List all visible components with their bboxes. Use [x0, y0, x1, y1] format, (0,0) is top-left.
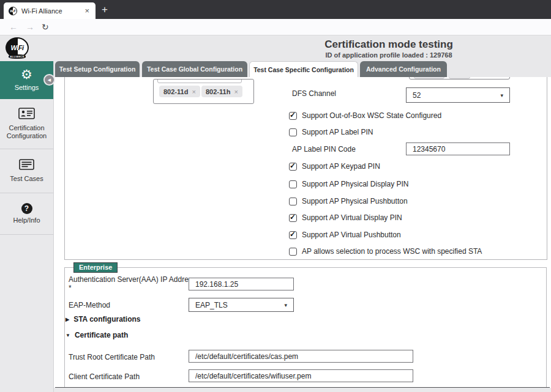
cutoff-tag: [449, 77, 470, 79]
sidebar-item-label: Certification Configuration: [0, 124, 53, 140]
ap-label-pin-code-input[interactable]: [406, 142, 510, 155]
sidebar-item-label: Test Cases: [10, 175, 43, 183]
checkbox-row[interactable]: ✓ Support AP Physical Pushbutton: [289, 197, 408, 205]
tab-test-case-global-configuration[interactable]: Test Case Global Configuration: [142, 61, 247, 77]
checkbox-row[interactable]: ✓ Support AP Label PIN: [289, 128, 373, 136]
page-title: Certification mode testing: [227, 39, 551, 51]
multiselect-search-input[interactable]: [157, 79, 242, 83]
aaa-ip-input[interactable]: [189, 278, 294, 290]
check-icon: ✓: [290, 213, 296, 221]
configuration-tabs: Test Setup Configuration Test Case Globa…: [54, 61, 551, 77]
sidebar-item-label: Settings: [15, 84, 39, 92]
dropdown-arrow-icon: ▾: [284, 302, 287, 308]
check-icon: ✓: [290, 111, 296, 119]
check-icon: ✓: [290, 230, 296, 239]
checkbox[interactable]: ✓: [289, 231, 297, 239]
sidebar-item-test-cases[interactable]: Test Cases: [0, 149, 53, 193]
checkbox-row[interactable]: ✓ AP allows selection to process WSC wit…: [289, 247, 482, 256]
dfs-channel-select[interactable]: 52 ▾: [406, 87, 510, 103]
checkbox[interactable]: ✓: [289, 198, 297, 205]
checkbox[interactable]: ✓: [289, 248, 297, 256]
checkbox[interactable]: ✓: [289, 128, 297, 136]
browser-tab-title: Wi-Fi Alliance: [21, 7, 83, 15]
sta-configurations-toggle[interactable]: ▶ STA configurations: [66, 315, 141, 324]
cutoff-tag: [414, 77, 444, 79]
sidebar: ⚙ Settings Certification Configuration T…: [0, 61, 54, 392]
tag-802-11d: 802-11d ×: [159, 86, 200, 97]
browser-toolbar: ← → ↻ ⇄ localhost:8080/?r=3423: [0, 19, 551, 35]
chevron-left-icon: ◀: [48, 78, 51, 83]
checkbox-row[interactable]: ✓ Support Out-of-Box WSC State Configure…: [289, 111, 441, 120]
enterprise-legend: Enterprise: [73, 262, 118, 273]
id-card-icon: [18, 108, 35, 122]
forward-icon[interactable]: →: [26, 22, 34, 32]
browser-tabstrip: WF Wi-Fi Alliance × +: [0, 0, 551, 19]
tab-close-icon[interactable]: ×: [83, 6, 91, 15]
checkbox[interactable]: ✓: [289, 112, 297, 120]
checkbox[interactable]: ✓: [289, 163, 297, 171]
dfs-channel-label: DFS Channel: [292, 89, 336, 98]
tag-802-11h: 802-11h ×: [201, 86, 242, 97]
dropdown-arrow-icon: ▾: [500, 92, 503, 98]
cutoff-multiselect[interactable]: [409, 77, 510, 80]
sidebar-item-help-info[interactable]: ? Help/Info: [0, 193, 53, 235]
refresh-icon[interactable]: ↻: [42, 22, 49, 32]
mode-multiselect[interactable]: 802-11d × 802-11h ×: [153, 79, 254, 104]
checkbox-row[interactable]: ✓ Support AP Keypad PIN: [289, 162, 380, 171]
trust-root-cert-input[interactable]: [189, 350, 413, 363]
checkbox-row[interactable]: ✓ Support AP Physical Display PIN: [289, 180, 409, 188]
list-icon: [19, 159, 34, 172]
screen: WF Wi-Fi Alliance × + ← → ↻ ⇄ localhost:…: [0, 0, 551, 392]
checkbox-row[interactable]: ✓ Support AP Virtual Display PIN: [289, 213, 402, 222]
tab-test-case-specific-configuration[interactable]: Test Case Specific Configuration: [249, 61, 358, 77]
wifi-alliance-logo-band: ALLIANCE: [9, 54, 26, 59]
trust-root-cert-label: Trust Root Certificate Path: [69, 353, 155, 361]
caret-right-icon: ▶: [66, 317, 69, 322]
remove-tag-icon[interactable]: ×: [192, 88, 195, 95]
checkbox-row[interactable]: ✓ Support AP Virtual Pushbutton: [289, 231, 401, 239]
caret-down-icon: ▼: [66, 333, 70, 338]
help-icon: ?: [21, 203, 32, 214]
checkbox[interactable]: ✓: [289, 180, 297, 188]
browser-tab[interactable]: WF Wi-Fi Alliance ×: [4, 2, 96, 19]
tab-test-setup-configuration[interactable]: Test Setup Configuration: [55, 61, 140, 77]
client-cert-input[interactable]: [189, 369, 413, 382]
sidebar-item-certification-configuration[interactable]: Certification Configuration: [0, 99, 53, 149]
tab-content: 802-11d × 802-11h × DFS Channel 52 ▾ ✓ S…: [54, 77, 551, 392]
client-cert-label: Client Certificate Path: [69, 372, 140, 381]
aaa-ip-label: Authentication Server(AAA) IP Address *: [69, 275, 196, 292]
certificate-path-toggle[interactable]: ▼ Certificate path: [66, 331, 128, 339]
gear-icon: ⚙: [21, 68, 32, 81]
ap-label-pin-code-label: AP Label PIN Code: [292, 145, 356, 153]
eap-method-label: EAP-Method: [69, 301, 110, 309]
remove-tag-icon[interactable]: ×: [234, 88, 238, 95]
required-asterisk: *: [69, 284, 196, 292]
sidebar-collapse-button[interactable]: ◀: [43, 74, 55, 86]
tab-advanced-configuration[interactable]: Advanced Configuration: [360, 61, 447, 77]
sidebar-item-label: Help/Info: [13, 216, 40, 224]
page-bottom-gutter: [54, 388, 551, 392]
back-icon[interactable]: ←: [9, 22, 18, 32]
eap-method-select[interactable]: EAP_TLS ▾: [189, 298, 294, 312]
check-icon: ✓: [290, 161, 296, 170]
new-tab-button[interactable]: +: [102, 3, 108, 17]
page-header: WiFi ALLIANCE Certification mode testing…: [0, 35, 551, 61]
checkbox[interactable]: ✓: [289, 214, 297, 222]
wifi-favicon-icon: WF: [9, 7, 17, 15]
profile-id-subtitle: ID of application profile loaded : 12976…: [227, 51, 551, 59]
